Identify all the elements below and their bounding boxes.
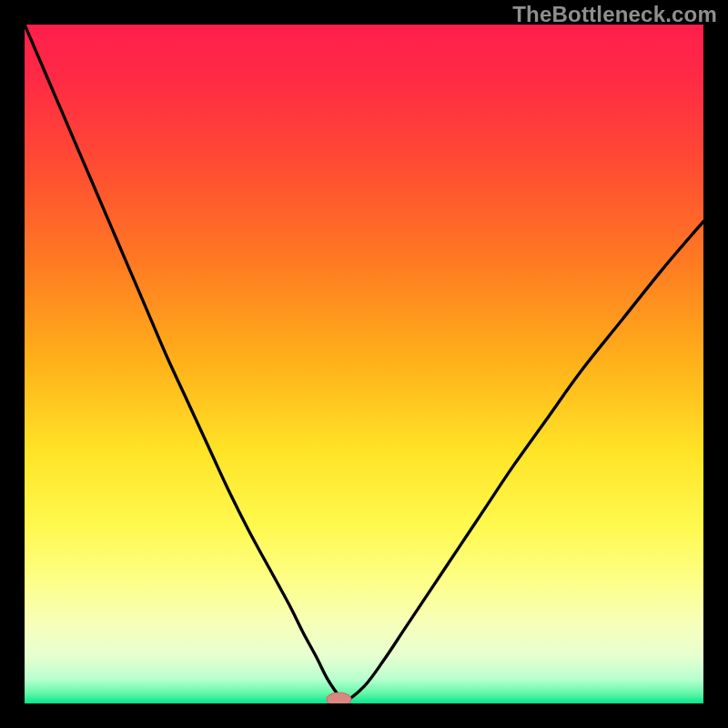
watermark-text: TheBottleneck.com bbox=[512, 2, 717, 27]
chart-frame: TheBottleneck.com bbox=[0, 0, 728, 728]
gradient-background bbox=[25, 25, 703, 703]
optimum-marker bbox=[327, 693, 351, 703]
bottleneck-plot bbox=[25, 25, 703, 703]
